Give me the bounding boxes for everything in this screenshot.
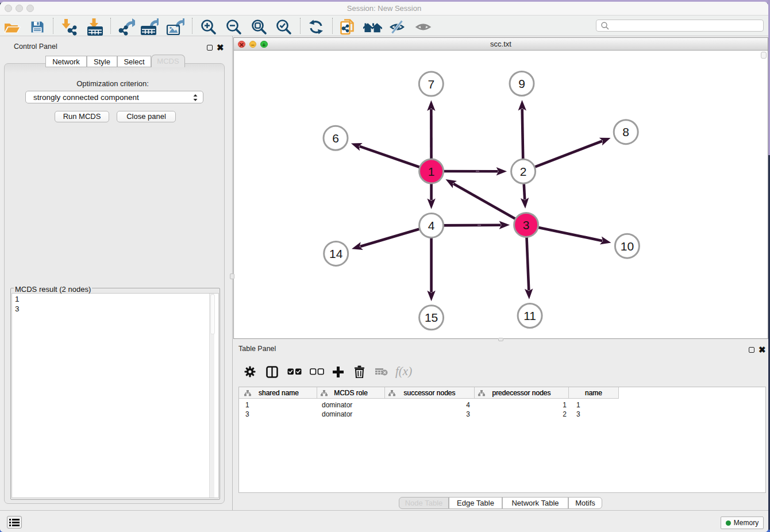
svg-text:11: 11 — [523, 309, 536, 322]
svg-text:6: 6 — [332, 132, 339, 145]
svg-text:8: 8 — [622, 125, 629, 138]
svg-text:15: 15 — [425, 311, 438, 324]
svg-text:14: 14 — [329, 247, 343, 260]
svg-text:2: 2 — [520, 165, 527, 178]
svg-text:3: 3 — [523, 218, 530, 232]
svg-text:7: 7 — [428, 78, 434, 91]
svg-text:4: 4 — [428, 219, 435, 232]
svg-text:1: 1 — [428, 165, 435, 178]
svg-text:9: 9 — [518, 77, 525, 90]
svg-text:10: 10 — [621, 240, 634, 253]
